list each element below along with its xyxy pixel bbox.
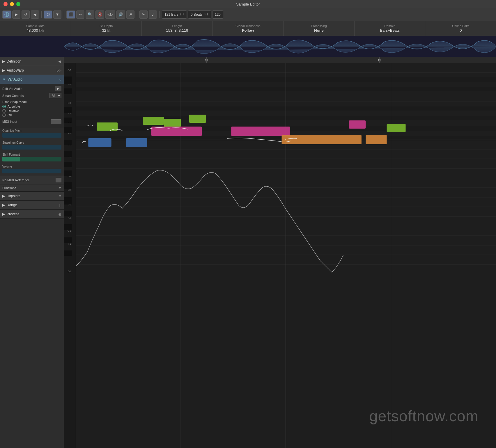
smart-controls-dropdown[interactable]: All (49, 93, 61, 98)
divider-1 (41, 11, 42, 18)
pencil-tool[interactable]: ✏ (76, 10, 84, 19)
svg-rect-35 (64, 170, 72, 176)
pitch-snap-label: Pitch Snap Mode (2, 100, 61, 104)
svg-rect-36 (64, 182, 72, 189)
hitpoints-section: ▶ Hitpoints ⊓ (0, 192, 64, 201)
sample-rate-cell: Sample Rate 48.000 kHz (0, 21, 71, 36)
svg-rect-89 (366, 135, 387, 144)
relative-radio[interactable] (2, 109, 6, 113)
audiowarp-arrow-icon: ▶ (2, 68, 5, 72)
hitpoints-header[interactable]: ▶ Hitpoints ⊓ (0, 192, 64, 200)
svg-rect-31 (64, 127, 72, 133)
definition-icon: |◀| (57, 60, 61, 63)
play-button[interactable]: ▶ (12, 10, 20, 19)
process-section: ▶ Process ◎ (0, 210, 64, 219)
close-button[interactable] (3, 2, 8, 6)
loop-button[interactable]: ↺ (22, 10, 30, 19)
volume-section: Volume (0, 164, 64, 176)
svg-rect-84 (387, 124, 406, 132)
info-bar: Sample Rate 48.000 kHz Bit Depth 32 bit … (0, 21, 496, 36)
left-panel: ▶ Definition |◀| ▶ AudioWarp ▷▷ ▼ VariAu… (0, 57, 64, 448)
tool-select[interactable]: ⬡ (44, 10, 52, 19)
svg-rect-82 (164, 119, 181, 127)
off-radio-row[interactable]: Off (2, 113, 61, 117)
ruler-svg: 11 12 (64, 57, 496, 63)
shift-formant-track[interactable] (2, 157, 61, 161)
definition-header[interactable]: ▶ Definition |◀| (0, 57, 64, 66)
scissors-tool[interactable]: ✂ (139, 10, 148, 19)
midi-ref-button[interactable] (56, 178, 61, 182)
beats-arrows[interactable]: ⬆⬇ (204, 13, 208, 16)
zoom-tool[interactable]: 🔍 (86, 10, 94, 19)
svg-rect-40 (64, 237, 72, 243)
quantize-pitch-track[interactable] (2, 133, 61, 138)
absolute-radio-row[interactable]: Absolute (2, 105, 61, 108)
smart-controls-label: Smart Controls (2, 94, 24, 97)
length-label: Length (172, 24, 182, 28)
svg-rect-81 (143, 117, 164, 125)
edit-variaudio-button[interactable]: ▶ (55, 86, 61, 91)
midi-input-toggle[interactable] (51, 119, 61, 124)
edit-variaudio-label: Edit VariAudio (2, 87, 22, 90)
bars-counter[interactable]: 121 Bars ⬆⬇ (162, 10, 187, 19)
studio-button[interactable]: S (2, 10, 11, 19)
range-label: Range (7, 203, 57, 207)
note-tool[interactable]: ♩ (149, 10, 157, 19)
variaudio-label: VariAudio (8, 77, 57, 81)
quantize-pitch-section: Quantize Pitch (0, 128, 64, 140)
process-icon: ◎ (59, 212, 61, 216)
variaudio-header[interactable]: ▼ VariAudio ∿ (0, 75, 64, 84)
beats-counter[interactable]: 0 Beats ⬆⬇ (188, 10, 211, 19)
grid-area[interactable]: getsoftnow.com (76, 63, 496, 448)
range-icon: | | (59, 203, 61, 207)
domain-label: Domain (384, 24, 395, 28)
definition-arrow-icon: ▶ (2, 59, 5, 63)
toolbar: S ▶ ↺ ◀ ⬡ ▼ ⬛ ✏ 🔍 🔇 ◁▷ 🔊 ↗ ✂ ♩ 121 Bars … (0, 8, 496, 21)
tempo-counter[interactable]: 120 (212, 10, 223, 19)
processing-cell: Processing None (284, 21, 355, 36)
relative-radio-row[interactable]: Relative (2, 109, 61, 113)
straighten-curve-track[interactable] (2, 145, 61, 150)
absolute-radio[interactable] (2, 105, 6, 108)
svg-rect-29 (64, 107, 72, 113)
mute-tool[interactable]: 🔇 (95, 10, 104, 19)
offline-edits-label: Offline Edits (452, 24, 469, 28)
svg-rect-34 (64, 162, 72, 167)
bars-arrows[interactable]: ⬆⬇ (180, 13, 184, 16)
tool-dropdown[interactable]: ▼ (53, 10, 61, 19)
tempo-value: 120 (215, 13, 221, 17)
back-button[interactable]: ◀ (31, 10, 39, 19)
straighten-curve-section: Straighten Curve (0, 140, 64, 152)
split-tool[interactable]: ◁▷ (105, 10, 115, 19)
shift-formant-section: Shift Formant (0, 152, 64, 164)
process-header[interactable]: ▶ Process ◎ (0, 210, 64, 218)
arrow-tool[interactable]: ↗ (126, 10, 134, 19)
variaudio-section: ▼ VariAudio ∿ Edit VariAudio ▶ Smart Con… (0, 75, 64, 192)
midi-ref-row: No MIDI Reference (0, 176, 64, 184)
waveform-bar[interactable] (0, 36, 496, 57)
hitpoints-label: Hitpoints (7, 194, 57, 198)
volume-track[interactable] (2, 169, 61, 173)
svg-text:A1: A1 (68, 216, 71, 219)
variaudio-content: Edit VariAudio ▶ Smart Controls All Pitc… (0, 84, 64, 128)
svg-text:G3: G3 (68, 69, 71, 72)
svg-rect-37 (64, 197, 72, 205)
minimize-button[interactable] (10, 2, 14, 6)
svg-rect-86 (231, 127, 290, 136)
straighten-curve-label: Straighten Curve (2, 141, 61, 144)
range-header[interactable]: ▶ Range | | (0, 201, 64, 209)
main-content: ▶ Definition |◀| ▶ AudioWarp ▷▷ ▼ VariAu… (0, 57, 496, 448)
offline-edits-cell: Offline Edits 0 (425, 21, 496, 36)
off-radio[interactable] (2, 113, 6, 117)
traffic-lights (3, 2, 20, 6)
ruler: 11 12 (64, 57, 496, 63)
audiowarp-header[interactable]: ▶ AudioWarp ▷▷ (0, 66, 64, 75)
snap-button[interactable]: ⬛ (66, 10, 75, 19)
svg-rect-28 (64, 88, 72, 94)
piano-keys: G3 F3 E3 D3 C3 B2 A2 G2 F2 E2 D2 C2 B1 A… (64, 63, 76, 448)
absolute-label: Absolute (8, 105, 20, 108)
maximize-button[interactable] (16, 2, 20, 6)
volume-tool[interactable]: 🔊 (116, 10, 125, 19)
svg-rect-78 (88, 138, 111, 147)
functions-row[interactable]: Functions ▼ (0, 184, 64, 191)
